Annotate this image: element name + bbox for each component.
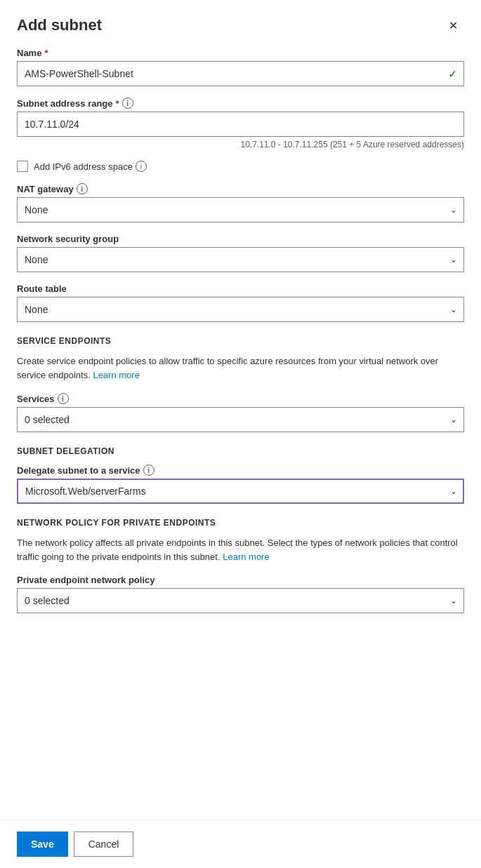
- name-label: Name *: [17, 48, 464, 58]
- network-policy-description: The network policy affects all private e…: [17, 536, 464, 563]
- nat-gateway-field-group: NAT gateway i None ⌄: [17, 183, 464, 222]
- nsg-select-wrapper: None ⌄: [17, 247, 464, 272]
- delegate-subnet-select[interactable]: Microsoft.Web/serverFarms: [17, 479, 464, 504]
- service-endpoints-section-title: SERVICE ENDPOINTS: [17, 336, 464, 346]
- panel-header: Add subnet ✕: [0, 0, 481, 48]
- network-policy-learn-more[interactable]: Learn more: [223, 552, 269, 562]
- service-endpoints-learn-more[interactable]: Learn more: [93, 370, 139, 380]
- ipv6-checkbox-row: Add IPv6 address space i: [17, 161, 464, 172]
- route-table-select[interactable]: None: [17, 297, 464, 322]
- nsg-field-group: Network security group None ⌄: [17, 234, 464, 272]
- panel-title: Add subnet: [17, 16, 102, 34]
- delegate-subnet-field-group: Delegate subnet to a service i Microsoft…: [17, 465, 464, 504]
- panel-body: Name * ✓ Subnet address range * i 10.7.1…: [0, 48, 481, 820]
- subnet-required-star: *: [116, 98, 119, 109]
- delegate-subnet-select-wrapper: Microsoft.Web/serverFarms ⌄: [17, 479, 464, 504]
- nat-gateway-info-icon[interactable]: i: [77, 183, 88, 194]
- private-endpoint-policy-field-group: Private endpoint network policy 0 select…: [17, 575, 464, 613]
- name-valid-icon: ✓: [448, 67, 457, 81]
- nsg-label: Network security group: [17, 234, 464, 244]
- subnet-address-range-input[interactable]: [17, 112, 464, 137]
- panel-footer: Save Cancel: [0, 820, 481, 868]
- delegate-subnet-label: Delegate subnet to a service i: [17, 465, 464, 476]
- cancel-button[interactable]: Cancel: [74, 832, 134, 857]
- save-button[interactable]: Save: [17, 832, 68, 857]
- subnet-address-range-label: Subnet address range * i: [17, 98, 464, 109]
- services-select[interactable]: 0 selected: [17, 407, 464, 432]
- private-endpoint-policy-select[interactable]: 0 selected: [17, 588, 464, 613]
- nsg-select[interactable]: None: [17, 247, 464, 272]
- service-endpoints-description: Create service endpoint policies to allo…: [17, 354, 464, 382]
- services-field-group: Services i 0 selected ⌄: [17, 393, 464, 432]
- name-required-star: *: [44, 48, 48, 58]
- services-info-icon[interactable]: i: [58, 393, 69, 404]
- services-select-wrapper: 0 selected ⌄: [17, 407, 464, 432]
- ipv6-checkbox[interactable]: [17, 161, 28, 172]
- route-table-label: Route table: [17, 283, 464, 294]
- private-endpoint-policy-label: Private endpoint network policy: [17, 575, 464, 585]
- name-input-wrapper: ✓: [17, 61, 464, 86]
- nat-gateway-select-wrapper: None ⌄: [17, 197, 464, 222]
- add-subnet-panel: Add subnet ✕ Name * ✓ Subnet address ran…: [0, 0, 481, 868]
- ipv6-checkbox-label: Add IPv6 address space i: [34, 161, 147, 172]
- subnet-address-range-field-group: Subnet address range * i 10.7.11.0 - 10.…: [17, 98, 464, 149]
- route-table-select-wrapper: None ⌄: [17, 297, 464, 322]
- delegate-subnet-info-icon[interactable]: i: [143, 465, 154, 476]
- network-policy-section-title: NETWORK POLICY FOR PRIVATE ENDPOINTS: [17, 518, 464, 528]
- services-label: Services i: [17, 393, 464, 404]
- route-table-field-group: Route table None ⌄: [17, 283, 464, 322]
- private-endpoint-policy-select-wrapper: 0 selected ⌄: [17, 588, 464, 613]
- close-button[interactable]: ✕: [442, 14, 464, 36]
- name-input[interactable]: [17, 61, 464, 86]
- close-icon: ✕: [449, 19, 458, 32]
- subnet-delegation-section-title: SUBNET DELEGATION: [17, 446, 464, 456]
- nat-gateway-select[interactable]: None: [17, 197, 464, 222]
- ipv6-info-icon[interactable]: i: [136, 161, 147, 172]
- name-field-group: Name * ✓: [17, 48, 464, 86]
- subnet-address-info-icon[interactable]: i: [122, 98, 133, 109]
- address-range-hint: 10.7.11.0 - 10.7.11.255 (251 + 5 Azure r…: [17, 140, 464, 149]
- nat-gateway-label: NAT gateway i: [17, 183, 464, 194]
